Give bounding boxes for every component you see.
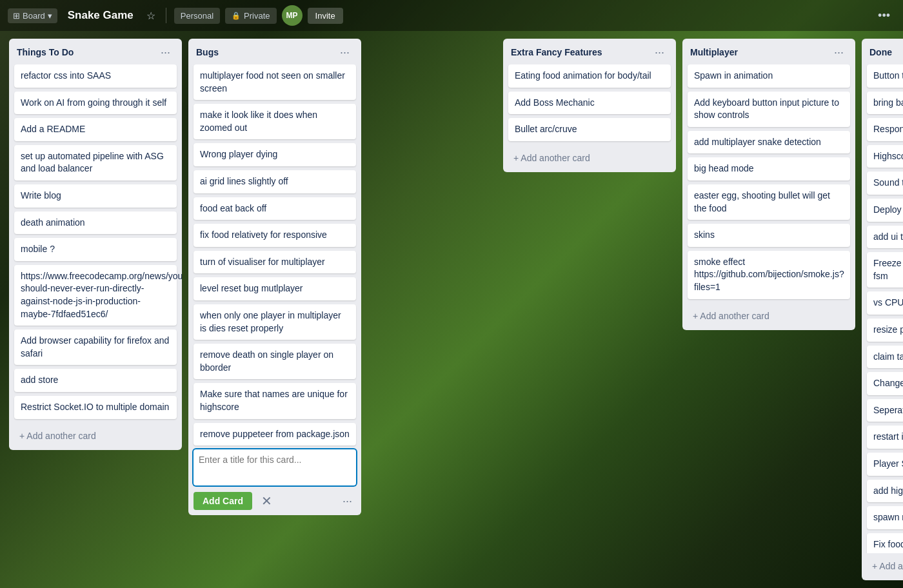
cards-container-multiplayer: Spawn in animationAdd keyboard button in… <box>682 64 855 303</box>
column-things-to-do: Things To Do···refactor css into SAASWor… <box>9 39 182 450</box>
card[interactable]: claim tax expense <box>867 346 903 369</box>
card[interactable]: when only one player in multiplayer is d… <box>194 304 356 340</box>
column-header-things-to-do: Things To Do··· <box>9 39 182 64</box>
add-card-button-multiplayer[interactable]: + Add another card <box>688 307 850 325</box>
add-card-form: Add Card✕··· <box>188 449 361 515</box>
column-footer-things-to-do: + Add another card <box>9 423 182 450</box>
lock-icon: 🔒 <box>232 12 241 20</box>
card[interactable]: vs CPU <box>867 291 903 315</box>
board-switcher[interactable]: ⊞ Board ▾ <box>8 8 57 23</box>
column-title-bugs: Bugs <box>196 47 219 57</box>
card[interactable]: Deploy to GH pages <box>867 199 903 222</box>
card[interactable]: Responsive <box>867 118 903 141</box>
cards-container-things-to-do: refactor css into SAASWork on AI from go… <box>9 64 182 423</box>
card[interactable]: Work on AI from going through it self <box>14 92 177 115</box>
add-card-button-extra-fancy-features[interactable]: + Add another card <box>508 149 671 167</box>
card[interactable]: easter egg, shooting bullet will get the… <box>688 184 850 220</box>
card[interactable]: Sound time out for multiplayer <box>867 172 903 195</box>
card[interactable]: add ui tests <box>867 226 903 249</box>
private-button[interactable]: 🔒 Private <box>225 8 276 24</box>
invite-label: Invite <box>315 11 335 21</box>
card[interactable]: Write blog <box>14 184 177 208</box>
column-menu-multiplayer[interactable]: ··· <box>830 45 848 59</box>
column-title-done: Done <box>869 47 892 57</box>
invite-button[interactable]: Invite <box>308 8 343 24</box>
card[interactable]: set up automated pipeline with ASG and l… <box>14 145 177 181</box>
card[interactable]: Wrong player dying <box>194 143 356 166</box>
header-right: ••• <box>873 6 895 25</box>
card[interactable]: food eat back off <box>194 197 356 220</box>
card[interactable]: level reset bug mutlplayer <box>194 277 356 300</box>
card[interactable]: Add browser capability for firefox and s… <box>14 329 177 365</box>
card[interactable]: Change what food looks like <box>867 372 903 395</box>
add-card-submit-button[interactable]: Add Card <box>194 492 252 510</box>
column-footer-extra-fancy-features: + Add another card <box>503 145 676 172</box>
card[interactable]: ai grid lines slightly off <box>194 170 356 193</box>
column-title-extra-fancy-features: Extra Fancy Features <box>511 47 602 57</box>
column-footer-done: + Add another card <box>862 553 903 580</box>
card[interactable]: restart in multiplayer <box>867 426 903 449</box>
new-card-input[interactable] <box>194 449 356 485</box>
column-multiplayer: Multiplayer···Spawn in animationAdd keyb… <box>682 39 855 330</box>
card[interactable]: remove death on single player on bborder <box>194 344 356 379</box>
column-header-multiplayer: Multiplayer··· <box>682 39 855 64</box>
card[interactable]: https://www.freecodecamp.org/news/you-sh… <box>14 265 177 326</box>
card[interactable]: Add Boss Mechanic <box>508 92 671 115</box>
card[interactable]: add store <box>14 369 177 392</box>
card[interactable]: multiplayer food not seen on smaller scr… <box>194 64 356 100</box>
card[interactable]: smoke effect https://github.com/bijectio… <box>688 251 850 299</box>
column-bugs: Bugs···multiplayer food not seen on smal… <box>188 39 361 515</box>
column-menu-extra-fancy-features[interactable]: ··· <box>651 45 668 59</box>
card[interactable]: Freeze time up gets shorter each use fsm <box>867 252 903 288</box>
column-footer-multiplayer: + Add another card <box>682 303 855 330</box>
card[interactable]: bring back game pad controlller <box>867 92 903 115</box>
cards-container-bugs: multiplayer food not seen on smaller scr… <box>188 64 361 449</box>
header-divider <box>166 8 166 23</box>
column-header-extra-fancy-features: Extra Fancy Features··· <box>503 39 676 64</box>
cards-container-extra-fancy-features: Eating food animation for body/tailAdd B… <box>503 64 676 145</box>
card[interactable]: Seperate player game over sceen <box>867 399 903 422</box>
card[interactable]: refactor css into SAAS <box>14 64 177 88</box>
card[interactable]: death animation <box>14 211 177 235</box>
avatar[interactable]: MP <box>282 5 303 26</box>
card[interactable]: add multiplayer snake detection <box>688 131 850 154</box>
card[interactable]: turn of visualiser for multiplayer <box>194 251 356 274</box>
card[interactable]: Eating food animation for body/tail <box>508 64 671 88</box>
card[interactable]: spawn random direction <box>867 506 903 529</box>
card[interactable]: Restrict Socket.IO to multiple domain <box>14 396 177 419</box>
column-extra-fancy-features: Extra Fancy Features···Eating food anima… <box>503 39 676 172</box>
card[interactable]: Player Scores <box>867 453 903 476</box>
card[interactable]: Bullet arc/cruve <box>508 118 671 141</box>
card[interactable]: Highscore with AWS <box>867 145 903 168</box>
card[interactable]: Add keyboard button input picture to sho… <box>688 92 850 127</box>
star-icon[interactable]: ☆ <box>144 7 158 24</box>
add-card-more-button[interactable]: ··· <box>339 493 356 509</box>
card[interactable]: skins <box>688 224 850 247</box>
column-menu-bugs[interactable]: ··· <box>336 45 353 59</box>
card[interactable]: Fix food teleporting <box>867 533 903 553</box>
column-header-bugs: Bugs··· <box>188 39 361 64</box>
card[interactable]: Make sure that names are unique for high… <box>194 383 356 418</box>
header-more-icon[interactable]: ••• <box>873 6 895 25</box>
column-done: Done···Button to turn off acronymbring b… <box>862 39 903 580</box>
add-card-cancel-button[interactable]: ✕ <box>257 492 276 510</box>
add-card-button-done[interactable]: + Add another card <box>867 557 903 575</box>
card[interactable]: make it look like it does when zoomed ou… <box>194 104 356 139</box>
plus-icon: + Add another card <box>693 311 769 321</box>
column-header-done: Done··· <box>862 39 903 64</box>
board-icon: ⊞ <box>13 11 20 21</box>
column-title-multiplayer: Multiplayer <box>690 47 738 57</box>
column-title-things-to-do: Things To Do <box>17 47 74 57</box>
card[interactable]: mobile ? <box>14 238 177 261</box>
card[interactable]: Add a README <box>14 118 177 141</box>
card[interactable]: add high score <box>867 480 903 503</box>
column-menu-things-to-do[interactable]: ··· <box>157 45 174 59</box>
card[interactable]: resize properly <box>867 318 903 342</box>
card[interactable]: remove puppeteer from package.json <box>194 423 356 446</box>
personal-button[interactable]: Personal <box>174 8 220 24</box>
card[interactable]: big head mode <box>688 157 850 181</box>
card[interactable]: Spawn in animation <box>688 64 850 88</box>
card[interactable]: Button to turn off acronym <box>867 64 903 88</box>
add-card-button-things-to-do[interactable]: + Add another card <box>14 427 177 445</box>
card[interactable]: fix food relativety for responsive <box>194 224 356 247</box>
